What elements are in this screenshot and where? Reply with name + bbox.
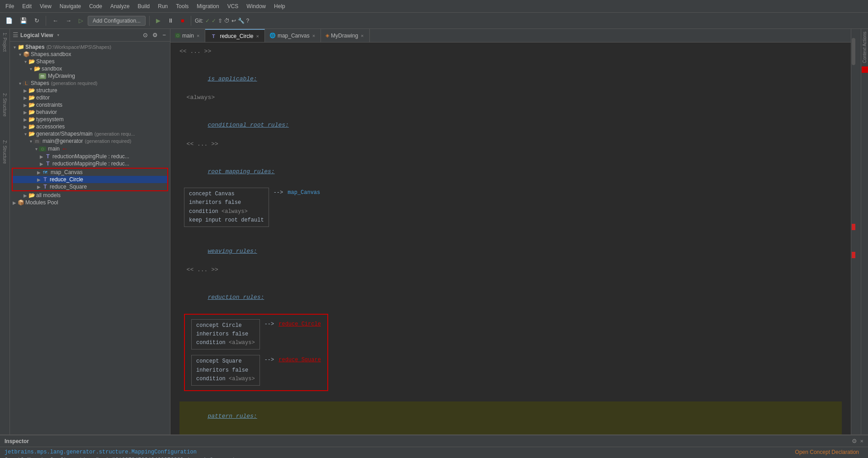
root-mapping-link[interactable]: root mapping rules: <box>208 168 274 175</box>
toolbar-run-btn[interactable]: ▶ <box>153 15 163 26</box>
conditional-root-link[interactable]: conditional root rules: <box>208 122 288 128</box>
tree-item-mydrawing[interactable]: m MyDrawing <box>10 72 170 80</box>
tree-item-modules-pool[interactable]: ▶ 📦 Modules Pool <box>10 199 170 206</box>
tree-item-main[interactable]: ▾ ⊙ main ← <box>10 145 170 153</box>
menu-view[interactable]: View <box>36 2 55 10</box>
toolbar-pause-btn[interactable]: ⏸ <box>165 15 176 26</box>
tab-reduce-circle-close[interactable]: × <box>255 33 260 39</box>
tab-map-canvas-close[interactable]: × <box>311 33 316 38</box>
tree-item-shapes-sandbox[interactable]: ▾ 📦 Shapes.sandbox <box>10 51 170 58</box>
toolbar-stop-btn[interactable]: ■ <box>178 15 187 26</box>
expand-arrow[interactable]: ▶ <box>36 184 42 189</box>
tree-item-structure[interactable]: ▶ 📂 structure <box>10 87 170 94</box>
toolbar-forward-btn[interactable]: → <box>63 15 74 26</box>
map-canvas-target[interactable]: map_Canvas <box>288 189 320 197</box>
toolbar-open-btn[interactable]: 💾 <box>17 15 30 26</box>
expand-arrow[interactable]: ▾ <box>17 52 23 57</box>
tree-item-main-generator[interactable]: ▾ m main@generator (generation required) <box>10 137 170 145</box>
expand-arrow[interactable]: ▶ <box>39 154 44 159</box>
tree-item-all-models[interactable]: ▶ 📂 all models <box>10 192 170 199</box>
expand-arrow[interactable]: ▶ <box>23 193 28 198</box>
tab-mydrawing[interactable]: ◈ MyDrawing × <box>321 29 369 42</box>
toolbar-run-config-btn[interactable]: ▷ <box>76 15 86 26</box>
tree-item-reduce-circle[interactable]: ▶ T reduce_Circle <box>13 176 167 183</box>
menu-build[interactable]: Build <box>134 2 154 10</box>
menu-file[interactable]: File <box>2 2 18 10</box>
expand-arrow[interactable]: ▶ <box>23 103 28 108</box>
git-check-icon: ✓ <box>205 18 210 24</box>
toolbar-new-btn[interactable]: 📄 <box>3 15 15 26</box>
expand-arrow[interactable]: ▾ <box>23 132 28 137</box>
project-collapse-btn[interactable]: − <box>161 31 167 39</box>
tree-item-reduction-1[interactable]: ▶ T reductionMappingRule : reduc... <box>10 153 170 160</box>
tab-map-canvas[interactable]: 🌐 map_Canvas × <box>265 29 321 42</box>
expand-arrow[interactable]: ▶ <box>23 95 28 100</box>
expand-arrow[interactable]: ▾ <box>28 66 33 71</box>
menu-analyze[interactable]: Analyze <box>107 2 133 10</box>
tab-main[interactable]: ⊙ main × <box>170 29 205 42</box>
inspector-settings-btn[interactable]: ⚙ <box>852 438 857 444</box>
tab-reduce-circle[interactable]: T reduce_Circle × <box>205 29 264 42</box>
weaving-rules-link[interactable]: weaving rules: <box>208 248 257 255</box>
tree-item-shapes-gen[interactable]: ▾ L Shapes (generation required) <box>10 80 170 87</box>
tree-item-typesystem[interactable]: ▶ 📂 typesystem <box>10 116 170 123</box>
pattern-rules-link[interactable]: pattern rules: <box>208 413 257 420</box>
menu-vcs[interactable]: VCS <box>224 2 242 10</box>
menu-migration[interactable]: Migration <box>193 2 222 10</box>
git-help-icon[interactable]: ? <box>246 18 250 24</box>
expand-arrow[interactable]: ▾ <box>28 139 33 144</box>
menu-run[interactable]: Run <box>154 2 171 10</box>
tab-mydrawing-close[interactable]: × <box>360 33 364 38</box>
is-applicable-link[interactable]: is applicable: <box>208 76 257 82</box>
sidebar-z-structure-tab[interactable]: Z: Structure <box>1 138 8 165</box>
reduction-rules-link[interactable]: reduction rules: <box>208 294 264 301</box>
expand-arrow[interactable]: ▶ <box>12 200 17 205</box>
expand-arrow[interactable]: ▶ <box>23 110 28 115</box>
expand-arrow[interactable]: ▾ <box>17 81 23 86</box>
expand-arrow[interactable]: ▶ <box>36 177 42 182</box>
tree-item-accessories[interactable]: ▶ 📂 accessories <box>10 123 170 130</box>
tree-item-generator[interactable]: ▾ 📂 generator/Shapes/main (generation re… <box>10 130 170 137</box>
expand-arrow[interactable]: ▾ <box>12 45 17 50</box>
tree-item-reduce-square[interactable]: ▶ T reduce_Square <box>13 183 167 190</box>
editor-scrollbar[interactable] <box>851 29 861 434</box>
expand-arrow[interactable]: ▶ <box>39 161 44 166</box>
tree-item-shapes-folder[interactable]: ▾ 📂 Shapes <box>10 58 170 65</box>
git-push-icon[interactable]: ⇧ <box>218 18 222 24</box>
tree-item-sandbox[interactable]: ▾ 📂 sandbox <box>10 65 170 72</box>
tree-item-editor[interactable]: ▶ 📂 editor <box>10 94 170 101</box>
inspector-close-btn[interactable]: × <box>860 438 863 444</box>
tree-item-map-canvas[interactable]: ▶ 🗺 map_Canvas <box>13 169 167 176</box>
expand-arrow[interactable]: ▶ <box>23 117 28 122</box>
open-concept-link[interactable]: Open Concept Declaration <box>795 449 863 455</box>
git-history-icon[interactable]: ⏱ <box>224 18 230 24</box>
tab-main-close[interactable]: × <box>196 33 200 38</box>
menu-code[interactable]: Code <box>85 2 106 10</box>
menu-navigate[interactable]: Navigate <box>56 2 85 10</box>
tree-item-reduction-2[interactable]: ▶ T reductionMappingRule : reduc... <box>10 160 170 167</box>
toolbar-sync-btn[interactable]: ↻ <box>32 15 42 26</box>
reduce-circle-target[interactable]: reduce_Circle <box>278 320 321 329</box>
menu-tools[interactable]: Tools <box>172 2 192 10</box>
sidebar-project-tab[interactable]: 1: Project <box>1 31 8 53</box>
expand-arrow[interactable]: ▶ <box>23 88 28 93</box>
toolbar-back-btn[interactable]: ← <box>50 15 61 26</box>
context-actions-label[interactable]: Context Actions <box>861 29 868 66</box>
add-configuration-button[interactable]: Add Configuration... <box>88 16 146 26</box>
reduce-square-target[interactable]: reduce_Square <box>278 356 321 364</box>
tree-item-shapes-root[interactable]: ▾ 📁 Shapes (D:\Workspace\MPS\Shapes) <box>10 43 170 51</box>
tree-item-constraints[interactable]: ▶ 📂 constraints <box>10 101 170 109</box>
menu-edit[interactable]: Edit <box>19 2 35 10</box>
git-settings-icon[interactable]: 🔧 <box>238 18 245 24</box>
tree-item-behavior[interactable]: ▶ 📂 behavior <box>10 109 170 116</box>
expand-arrow[interactable]: ▾ <box>23 59 28 64</box>
menu-window[interactable]: Window <box>243 2 269 10</box>
expand-arrow[interactable]: ▶ <box>23 124 28 129</box>
project-configure-btn[interactable]: ⚙ <box>151 31 159 39</box>
expand-arrow[interactable]: ▶ <box>36 170 42 175</box>
sidebar-structure-tab[interactable]: 2: Structure <box>1 91 8 118</box>
expand-arrow[interactable]: ▾ <box>33 146 39 151</box>
project-locate-btn[interactable]: ⊙ <box>142 31 149 39</box>
git-revert-icon[interactable]: ↩ <box>231 18 236 24</box>
menu-help[interactable]: Help <box>270 2 289 10</box>
